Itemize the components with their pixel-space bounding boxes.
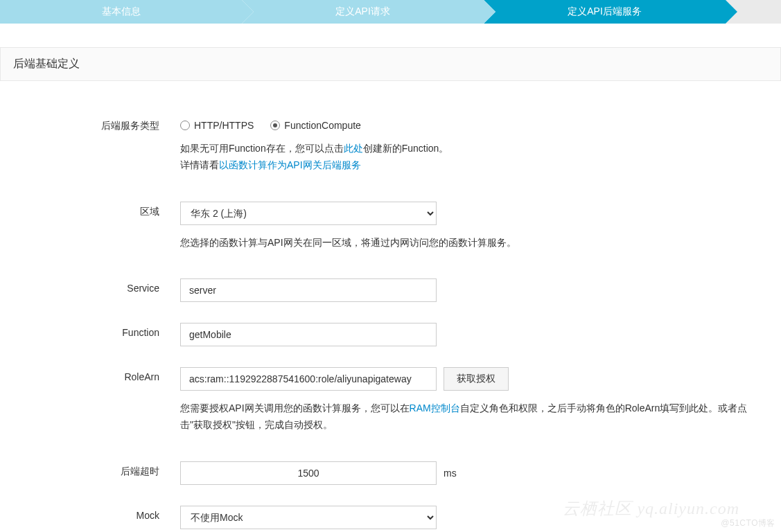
select-mock[interactable]: 不使用Mock xyxy=(180,506,437,529)
input-rolearn[interactable] xyxy=(180,367,437,391)
chevron-right-icon xyxy=(242,0,254,24)
hint-rolearn: 您需要授权API网关调用您的函数计算服务，您可以在RAM控制台自定义角色和权限，… xyxy=(180,400,767,434)
step-label: 定义API后端服务 xyxy=(568,6,642,18)
row-function: Function xyxy=(0,323,781,346)
radio-group-backend-type: HTTP/HTTPS FunctionCompute xyxy=(180,116,767,131)
hint-text: 您需要授权API网关调用您的函数计算服务，您可以在 xyxy=(180,402,410,414)
step-label: 定义API请求 xyxy=(335,6,390,18)
wizard-stepper: 基本信息 定义API请求 定义API后端服务 xyxy=(0,0,781,24)
radio-icon xyxy=(180,121,190,130)
step-define-api-request[interactable]: 定义API请求 xyxy=(242,0,484,24)
backend-definition-form: 后端服务类型 HTTP/HTTPS FunctionCompute 如果无可用F… xyxy=(0,81,781,532)
input-service[interactable] xyxy=(180,278,437,302)
link-fc-as-backend-doc[interactable]: 以函数计算作为API网关后端服务 xyxy=(219,159,361,170)
chevron-right-icon xyxy=(726,0,737,24)
step-label: 基本信息 xyxy=(102,6,141,18)
radio-label: FunctionCompute xyxy=(284,120,361,131)
label-backend-timeout: 后端超时 xyxy=(0,461,180,478)
unit-ms: ms xyxy=(444,468,457,479)
link-create-function[interactable]: 此处 xyxy=(344,143,363,154)
hint-text: 创建新的Function。 xyxy=(363,143,449,154)
row-backend-timeout: 后端超时 ms xyxy=(0,461,781,485)
label-service: Service xyxy=(0,278,180,294)
section-title: 后端基础定义 xyxy=(13,57,80,69)
step-define-backend-service[interactable]: 定义API后端服务 xyxy=(484,0,726,24)
chevron-right-icon xyxy=(484,0,495,24)
radio-function-compute[interactable]: FunctionCompute xyxy=(270,120,361,131)
section-header: 后端基础定义 xyxy=(0,47,781,81)
input-function[interactable] xyxy=(180,323,437,346)
button-get-authorization[interactable]: 获取授权 xyxy=(444,367,509,391)
radio-icon xyxy=(270,121,280,130)
input-backend-timeout[interactable] xyxy=(180,461,437,485)
radio-http-https[interactable]: HTTP/HTTPS xyxy=(180,120,254,131)
row-service: Service xyxy=(0,278,781,302)
hint-backend-type: 如果无可用Function存在，您可以点击此处创建新的Function。 详情请… xyxy=(180,141,767,174)
label-function: Function xyxy=(0,323,180,338)
row-mock: Mock 不使用Mock xyxy=(0,506,781,529)
select-region[interactable]: 华东 2 (上海) xyxy=(180,202,437,225)
hint-region: 您选择的函数计算与API网关在同一区域，将通过内网访问您的函数计算服务。 xyxy=(180,235,767,251)
hint-text: 详情请看 xyxy=(180,159,219,170)
label-region: 区域 xyxy=(0,202,180,218)
row-region: 区域 华东 2 (上海) 您选择的函数计算与API网关在同一区域，将通过内网访问… xyxy=(0,202,781,251)
step-basic-info[interactable]: 基本信息 xyxy=(0,0,242,24)
radio-label: HTTP/HTTPS xyxy=(194,120,254,131)
hint-text: 如果无可用Function存在，您可以点击 xyxy=(180,143,344,154)
link-ram-console[interactable]: RAM控制台 xyxy=(410,402,460,414)
label-backend-type: 后端服务类型 xyxy=(0,116,180,132)
row-rolearn: RoleArn 获取授权 您需要授权API网关调用您的函数计算服务，您可以在RA… xyxy=(0,367,781,434)
row-backend-type: 后端服务类型 HTTP/HTTPS FunctionCompute 如果无可用F… xyxy=(0,116,781,174)
label-mock: Mock xyxy=(0,506,180,521)
label-rolearn: RoleArn xyxy=(0,367,180,382)
